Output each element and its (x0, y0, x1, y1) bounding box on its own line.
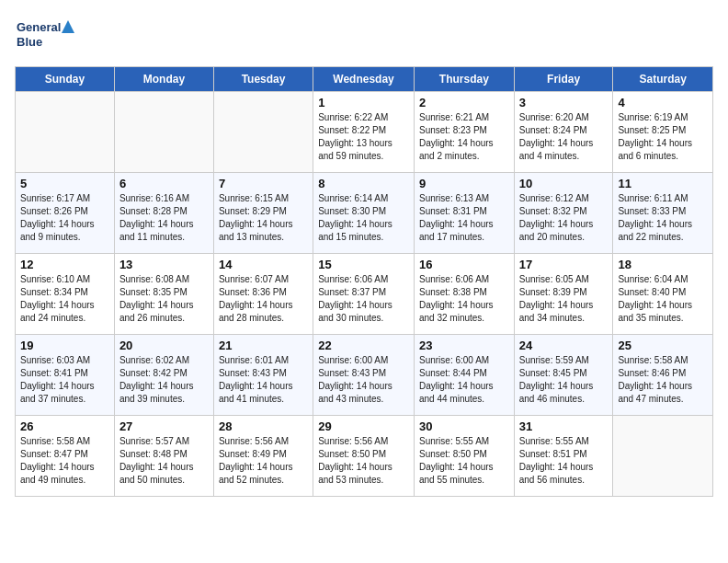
calendar-cell (16, 92, 115, 173)
day-info: Sunrise: 6:08 AMSunset: 8:35 PMDaylight:… (119, 273, 209, 325)
day-number: 7 (219, 177, 308, 190)
col-header-friday: Friday (514, 67, 613, 92)
col-header-monday: Monday (114, 67, 213, 92)
day-number: 5 (20, 177, 109, 190)
day-number: 27 (119, 419, 209, 433)
day-number: 19 (20, 339, 109, 352)
day-number: 9 (419, 177, 509, 190)
day-number: 11 (618, 177, 708, 190)
day-info: Sunrise: 5:58 AMSunset: 8:47 PMDaylight:… (20, 435, 109, 487)
day-info: Sunrise: 6:16 AMSunset: 8:28 PMDaylight:… (119, 192, 209, 244)
logo-svg: General Blue (15, 15, 79, 55)
col-header-wednesday: Wednesday (313, 67, 415, 92)
calendar-cell: 7Sunrise: 6:15 AMSunset: 8:29 PMDaylight… (213, 173, 313, 254)
calendar-cell: 26Sunrise: 5:58 AMSunset: 8:47 PMDayligh… (16, 416, 115, 497)
calendar-cell (114, 92, 213, 173)
week-row-4: 19Sunrise: 6:03 AMSunset: 8:41 PMDayligh… (16, 335, 713, 416)
day-number: 21 (219, 339, 308, 352)
calendar-cell: 11Sunrise: 6:11 AMSunset: 8:33 PMDayligh… (613, 173, 713, 254)
day-info: Sunrise: 6:15 AMSunset: 8:29 PMDaylight:… (219, 192, 308, 244)
day-info: Sunrise: 6:13 AMSunset: 8:31 PMDaylight:… (419, 192, 509, 244)
day-number: 6 (119, 177, 209, 190)
day-info: Sunrise: 6:10 AMSunset: 8:34 PMDaylight:… (20, 273, 109, 325)
day-info: Sunrise: 6:20 AMSunset: 8:24 PMDaylight:… (519, 111, 609, 163)
calendar-cell (213, 92, 313, 173)
day-number: 3 (519, 96, 609, 109)
day-number: 18 (618, 258, 708, 271)
svg-text:General: General (17, 20, 61, 34)
day-number: 8 (318, 177, 409, 190)
calendar-cell: 19Sunrise: 6:03 AMSunset: 8:41 PMDayligh… (16, 335, 115, 416)
day-info: Sunrise: 6:05 AMSunset: 8:39 PMDaylight:… (519, 273, 609, 325)
week-row-3: 12Sunrise: 6:10 AMSunset: 8:34 PMDayligh… (16, 254, 713, 335)
day-number: 1 (318, 96, 409, 109)
day-number: 16 (419, 258, 509, 271)
calendar-cell: 10Sunrise: 6:12 AMSunset: 8:32 PMDayligh… (514, 173, 613, 254)
calendar-cell: 29Sunrise: 5:56 AMSunset: 8:50 PMDayligh… (313, 416, 415, 497)
col-header-saturday: Saturday (613, 67, 713, 92)
calendar-cell: 23Sunrise: 6:00 AMSunset: 8:44 PMDayligh… (414, 335, 514, 416)
day-info: Sunrise: 6:22 AMSunset: 8:22 PMDaylight:… (318, 111, 409, 163)
day-info: Sunrise: 5:55 AMSunset: 8:50 PMDaylight:… (419, 435, 509, 487)
calendar-cell: 17Sunrise: 6:05 AMSunset: 8:39 PMDayligh… (514, 254, 613, 335)
day-info: Sunrise: 6:01 AMSunset: 8:43 PMDaylight:… (219, 354, 308, 406)
calendar-cell: 27Sunrise: 5:57 AMSunset: 8:48 PMDayligh… (114, 416, 213, 497)
day-info: Sunrise: 5:56 AMSunset: 8:49 PMDaylight:… (219, 435, 308, 487)
day-number: 25 (618, 339, 708, 352)
day-info: Sunrise: 6:19 AMSunset: 8:25 PMDaylight:… (618, 111, 708, 163)
day-info: Sunrise: 5:58 AMSunset: 8:46 PMDaylight:… (618, 354, 708, 406)
header-row: SundayMondayTuesdayWednesdayThursdayFrid… (16, 67, 713, 92)
day-number: 24 (519, 339, 609, 352)
day-number: 2 (419, 96, 509, 109)
calendar-cell (613, 416, 713, 497)
calendar-cell: 30Sunrise: 5:55 AMSunset: 8:50 PMDayligh… (414, 416, 514, 497)
calendar-cell: 6Sunrise: 6:16 AMSunset: 8:28 PMDaylight… (114, 173, 213, 254)
page-header: General Blue (15, 15, 713, 55)
day-info: Sunrise: 6:03 AMSunset: 8:41 PMDaylight:… (20, 354, 109, 406)
day-number: 29 (318, 419, 409, 433)
calendar-cell: 5Sunrise: 6:17 AMSunset: 8:26 PMDaylight… (16, 173, 115, 254)
day-number: 17 (519, 258, 609, 271)
calendar-cell: 4Sunrise: 6:19 AMSunset: 8:25 PMDaylight… (613, 92, 713, 173)
calendar-cell: 31Sunrise: 5:55 AMSunset: 8:51 PMDayligh… (514, 416, 613, 497)
calendar-table: SundayMondayTuesdayWednesdayThursdayFrid… (15, 66, 713, 497)
day-number: 14 (219, 258, 308, 271)
calendar-cell: 21Sunrise: 6:01 AMSunset: 8:43 PMDayligh… (213, 335, 313, 416)
day-info: Sunrise: 6:04 AMSunset: 8:40 PMDaylight:… (618, 273, 708, 325)
col-header-sunday: Sunday (16, 67, 115, 92)
day-info: Sunrise: 5:57 AMSunset: 8:48 PMDaylight:… (119, 435, 209, 487)
day-number: 10 (519, 177, 609, 190)
day-number: 13 (119, 258, 209, 271)
day-number: 26 (20, 419, 109, 433)
day-info: Sunrise: 6:00 AMSunset: 8:43 PMDaylight:… (318, 354, 409, 406)
day-number: 28 (219, 419, 308, 433)
col-header-tuesday: Tuesday (213, 67, 313, 92)
calendar-cell: 25Sunrise: 5:58 AMSunset: 8:46 PMDayligh… (613, 335, 713, 416)
calendar-cell: 3Sunrise: 6:20 AMSunset: 8:24 PMDaylight… (514, 92, 613, 173)
day-number: 31 (519, 419, 609, 433)
calendar-cell: 22Sunrise: 6:00 AMSunset: 8:43 PMDayligh… (313, 335, 415, 416)
week-row-2: 5Sunrise: 6:17 AMSunset: 8:26 PMDaylight… (16, 173, 713, 254)
calendar-cell: 2Sunrise: 6:21 AMSunset: 8:23 PMDaylight… (414, 92, 514, 173)
calendar-cell: 8Sunrise: 6:14 AMSunset: 8:30 PMDaylight… (313, 173, 415, 254)
calendar-cell: 15Sunrise: 6:06 AMSunset: 8:37 PMDayligh… (313, 254, 415, 335)
day-info: Sunrise: 6:07 AMSunset: 8:36 PMDaylight:… (219, 273, 308, 325)
calendar-cell: 20Sunrise: 6:02 AMSunset: 8:42 PMDayligh… (114, 335, 213, 416)
day-number: 4 (618, 96, 708, 109)
day-info: Sunrise: 6:00 AMSunset: 8:44 PMDaylight:… (419, 354, 509, 406)
day-number: 20 (119, 339, 209, 352)
svg-marker-2 (62, 20, 74, 33)
day-info: Sunrise: 6:17 AMSunset: 8:26 PMDaylight:… (20, 192, 109, 244)
day-info: Sunrise: 6:11 AMSunset: 8:33 PMDaylight:… (618, 192, 708, 244)
day-info: Sunrise: 5:56 AMSunset: 8:50 PMDaylight:… (318, 435, 409, 487)
calendar-cell: 9Sunrise: 6:13 AMSunset: 8:31 PMDaylight… (414, 173, 514, 254)
day-info: Sunrise: 6:02 AMSunset: 8:42 PMDaylight:… (119, 354, 209, 406)
week-row-1: 1Sunrise: 6:22 AMSunset: 8:22 PMDaylight… (16, 92, 713, 173)
day-info: Sunrise: 6:12 AMSunset: 8:32 PMDaylight:… (519, 192, 609, 244)
day-number: 23 (419, 339, 509, 352)
day-info: Sunrise: 6:14 AMSunset: 8:30 PMDaylight:… (318, 192, 409, 244)
calendar-cell: 28Sunrise: 5:56 AMSunset: 8:49 PMDayligh… (213, 416, 313, 497)
svg-text:Blue: Blue (17, 35, 42, 49)
day-info: Sunrise: 5:59 AMSunset: 8:45 PMDaylight:… (519, 354, 609, 406)
day-number: 22 (318, 339, 409, 352)
